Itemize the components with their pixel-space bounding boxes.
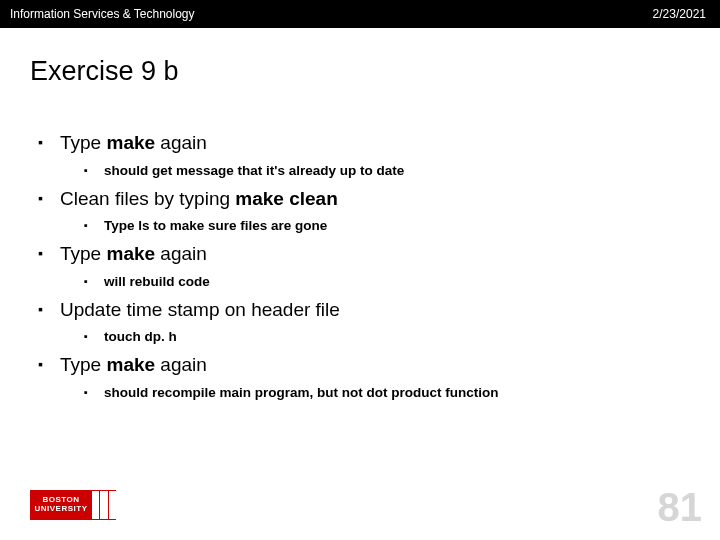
- header-left: Information Services & Technology: [10, 7, 195, 21]
- slide-header: Information Services & Technology 2/23/2…: [0, 0, 720, 28]
- main-list: Type make again should get message that …: [30, 131, 690, 403]
- slide-title: Exercise 9 b: [30, 56, 690, 87]
- sub-item: should get message that it's already up …: [84, 162, 690, 181]
- sub-item: Type ls to make sure files are gone: [84, 217, 690, 236]
- sub-item: will rebuild code: [84, 273, 690, 292]
- sub-item: should recompile main program, but not d…: [84, 384, 690, 403]
- list-item: Update time stamp on header file touch d…: [38, 298, 690, 348]
- logo-text: BOSTON UNIVERSITY: [30, 490, 92, 520]
- list-item: Type make again should get message that …: [38, 131, 690, 181]
- boston-university-logo: BOSTON UNIVERSITY: [30, 490, 116, 520]
- sub-item: touch dp. h: [84, 328, 690, 347]
- logo-bars-icon: [92, 490, 116, 520]
- list-item: Type make again should recompile main pr…: [38, 353, 690, 403]
- list-item: Clean files by typing make clean Type ls…: [38, 187, 690, 237]
- header-date: 2/23/2021: [653, 7, 706, 21]
- list-item: Type make again will rebuild code: [38, 242, 690, 292]
- page-number: 81: [658, 485, 703, 530]
- slide-content: Exercise 9 b Type make again should get …: [0, 28, 720, 403]
